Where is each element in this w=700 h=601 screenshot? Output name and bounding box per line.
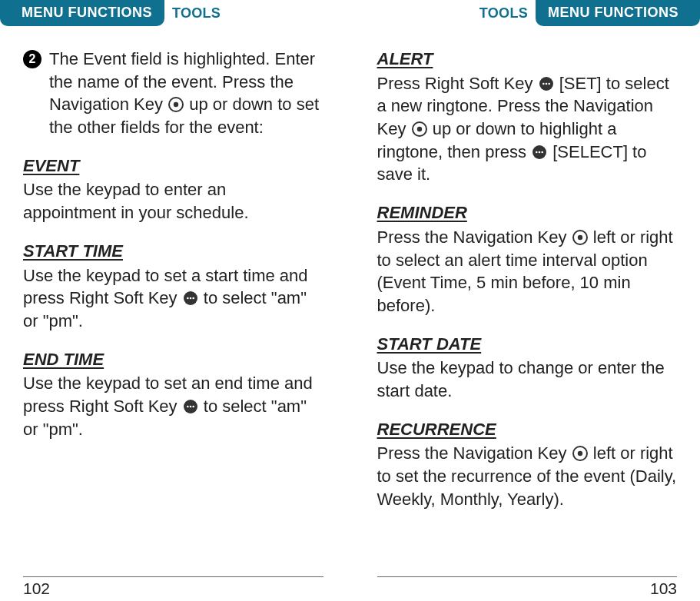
reminder-body-a: Press the Navigation Key [377,227,572,247]
header-left: MENU FUNCTIONS TOOLS [23,0,323,26]
page-number-left: 102 [23,579,323,598]
page-right-body: ALERT Press Right Soft Key [SET] to sele… [377,48,678,526]
section-alert: ALERT Press Right Soft Key [SET] to sele… [377,48,678,186]
section-start-time: START TIME Use the keypad to set a start… [23,240,323,333]
header-pill-menu-functions: MENU FUNCTIONS [0,0,164,26]
page-spread: MENU FUNCTIONS TOOLS 2 The Event field i… [0,0,700,601]
header-section-tools: TOOLS [479,5,528,22]
section-reminder: REMINDER Press the Navigation Key left o… [377,201,678,317]
section-start-time-head: START TIME [23,240,323,263]
footer-right: 103 [377,576,678,598]
section-end-time: END TIME Use the keypad to set an end ti… [23,348,323,441]
right-soft-key-icon [183,399,198,414]
header-right: TOOLS MENU FUNCTIONS [377,0,678,26]
section-event-body: Use the keypad to enter an appointment i… [23,178,323,224]
section-start-time-body: Use the keypad to set a start time and p… [23,264,323,333]
section-start-date-body: Use the keypad to change or enter the st… [377,357,678,402]
section-start-date: START DATE Use the keypad to change or e… [377,333,678,403]
section-alert-body: Press Right Soft Key [SET] to select a n… [377,72,678,186]
page-left: MENU FUNCTIONS TOOLS 2 The Event field i… [0,0,350,601]
section-recurrence-head: RECURRENCE [377,418,678,441]
section-recurrence: RECURRENCE Press the Navigation Key left… [377,418,678,511]
section-end-time-body: Use the keypad to set an end time and pr… [23,372,323,440]
step-number-badge: 2 [23,50,41,68]
navigation-key-icon [168,97,184,112]
section-recurrence-body: Press the Navigation Key left or right t… [377,442,678,510]
page-number-right: 103 [377,579,678,598]
right-soft-key-icon [539,76,554,91]
step-2: 2 The Event field is highlighted. Enter … [23,48,323,139]
header-pill-menu-functions: MENU FUNCTIONS [536,0,700,26]
navigation-key-icon [412,121,427,137]
right-soft-key-icon [183,291,198,306]
section-reminder-body: Press the Navigation Key left or right t… [377,226,678,317]
alert-body-a: Press Right Soft Key [377,74,538,93]
navigation-key-icon [572,230,588,245]
header-section-tools: TOOLS [172,5,221,22]
navigation-key-icon [572,446,588,461]
page-left-body: 2 The Event field is highlighted. Enter … [23,48,323,456]
right-soft-key-icon [532,144,547,160]
footer-left: 102 [23,576,323,598]
section-event: EVENT Use the keypad to enter an appoint… [23,154,323,224]
footer-divider [377,576,678,577]
page-right: TOOLS MENU FUNCTIONS ALERT Press Right S… [350,0,701,601]
section-reminder-head: REMINDER [377,201,678,224]
section-alert-head: ALERT [377,48,678,71]
section-start-date-head: START DATE [377,333,678,356]
section-end-time-head: END TIME [23,348,323,371]
step-2-text: The Event field is highlighted. Enter th… [49,48,323,139]
recurrence-body-a: Press the Navigation Key [377,443,572,463]
footer-divider [23,576,323,577]
section-event-head: EVENT [23,154,323,178]
